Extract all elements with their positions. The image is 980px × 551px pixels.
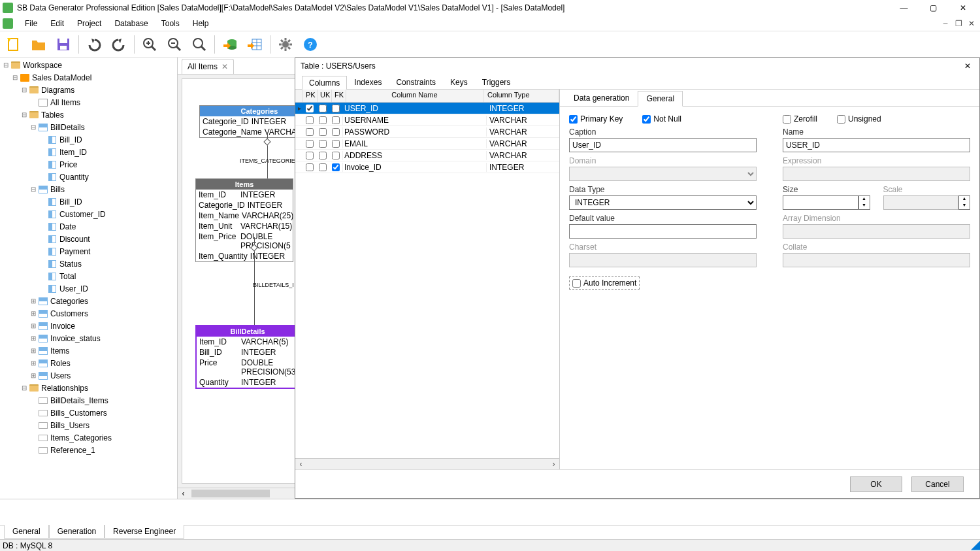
tree-column[interactable]: Discount (1, 233, 176, 245)
auto-increment-checkbox[interactable]: Auto Increment (569, 276, 640, 290)
redo-button[interactable] (108, 33, 130, 56)
pk-checkbox[interactable] (306, 152, 314, 159)
dialog-tab-indexes[interactable]: Indexes (347, 75, 389, 89)
settings-button[interactable] (274, 33, 297, 56)
tree-project[interactable]: ⊟Sales DataModel (1, 71, 176, 84)
zoom-in-button[interactable] (139, 33, 161, 56)
tree-column[interactable]: Total (1, 270, 176, 282)
primary-key-checkbox[interactable]: Primary Key (569, 114, 623, 124)
tree-table[interactable]: ⊞Users (1, 369, 176, 382)
tree-tables[interactable]: ⊟Tables (1, 109, 176, 121)
pk-checkbox[interactable] (306, 163, 314, 171)
window-close-button[interactable]: ✕ (948, 0, 977, 16)
tree-table[interactable]: ⊞Customers (1, 307, 176, 320)
dialog-close-button[interactable]: ✕ (961, 61, 974, 71)
domain-select[interactable] (569, 167, 757, 181)
tree-relationship[interactable]: Reference_1 (1, 444, 176, 456)
tree-all-items[interactable]: All Items (1, 96, 176, 109)
tree-table[interactable]: ⊞Roles (1, 357, 176, 369)
tree-relationship[interactable]: Items_Categories (1, 431, 176, 444)
column-name-cell[interactable]: Invoice_ID (342, 163, 486, 172)
grid-hscrollbar[interactable]: ‹› (295, 458, 559, 469)
open-button[interactable] (27, 33, 50, 56)
column-name-cell[interactable]: USERNAME (342, 116, 486, 125)
uk-checkbox[interactable] (319, 128, 327, 136)
caption-input[interactable] (569, 138, 757, 152)
bottom-tab-reverse-engineer[interactable]: Reverse Engineer (105, 525, 184, 539)
zerofill-checkbox[interactable]: Zerofill (783, 114, 817, 124)
resize-grip-icon[interactable] (971, 541, 980, 550)
tree-table-bills[interactable]: ⊟Bills (1, 183, 176, 195)
uk-checkbox[interactable] (319, 152, 327, 159)
menu-database[interactable]: Database (108, 17, 154, 30)
fk-checkbox[interactable] (332, 105, 340, 112)
save-button[interactable] (52, 33, 74, 56)
tree-table-billdetails[interactable]: ⊟BillDetails (1, 121, 176, 133)
undo-button[interactable] (83, 33, 105, 56)
bottom-tab-general[interactable]: General (4, 525, 49, 539)
column-name-cell[interactable]: ADDRESS (342, 151, 486, 160)
tree-relationships[interactable]: ⊟Relationships (1, 382, 176, 394)
tree-relationship[interactable]: BillDetails_Items (1, 394, 176, 407)
menu-help[interactable]: Help (186, 17, 216, 30)
dialog-tab-columns[interactable]: Columns (302, 76, 347, 90)
tree-table[interactable]: ⊞Items (1, 344, 176, 357)
uk-checkbox[interactable] (319, 163, 327, 171)
uk-checkbox[interactable] (319, 105, 327, 112)
grid-row[interactable]: ▸ USER_ID INTEGER (295, 103, 559, 114)
datatype-select[interactable]: INTEGER (569, 195, 757, 210)
window-minimize-button[interactable]: — (889, 0, 919, 16)
tree-column[interactable]: Status (1, 258, 176, 270)
column-type-cell[interactable]: VARCHAR (486, 127, 559, 137)
column-type-cell[interactable]: INTEGER (486, 163, 559, 172)
tree-column[interactable]: User_ID (1, 282, 176, 295)
grid-row[interactable]: PASSWORD VARCHAR (295, 126, 559, 138)
tree-diagrams[interactable]: ⊟Diagrams (1, 84, 176, 96)
new-button[interactable] (3, 33, 25, 56)
document-tab-all-items[interactable]: All Items ✕ (182, 59, 234, 74)
cancel-button[interactable]: Cancel (911, 476, 964, 492)
uk-checkbox[interactable] (319, 116, 327, 124)
fk-checkbox[interactable] (332, 163, 340, 171)
grid-header-uk[interactable]: UK (318, 90, 332, 102)
workspace-tree-panel[interactable]: ⊟Workspace ⊟Sales DataModel ⊟Diagrams Al… (0, 58, 178, 499)
grid-body[interactable]: ▸ USER_ID INTEGER USERNAME VARCHAR (295, 103, 559, 458)
tree-column[interactable]: Quantity (1, 171, 176, 183)
help-button[interactable]: ? (299, 33, 321, 56)
grid-row[interactable]: EMAIL VARCHAR (295, 138, 559, 150)
unsigned-checkbox[interactable]: Unsigned (837, 114, 881, 124)
pk-checkbox[interactable] (306, 140, 314, 148)
tree-relationship[interactable]: Bills_Customers (1, 407, 176, 419)
mdi-restore-button[interactable]: ❐ (953, 18, 964, 29)
grid-header-name[interactable]: Column Name (346, 90, 483, 102)
grid-row[interactable]: USERNAME VARCHAR (295, 114, 559, 126)
pk-checkbox[interactable] (306, 105, 314, 112)
size-input[interactable] (783, 195, 858, 210)
tree-workspace[interactable]: ⊟Workspace (1, 59, 176, 71)
tree-column[interactable]: Date (1, 220, 176, 233)
mdi-minimize-button[interactable]: – (939, 18, 951, 29)
column-name-cell[interactable]: USER_ID (342, 104, 486, 113)
fk-checkbox[interactable] (332, 140, 340, 148)
not-null-checkbox[interactable]: Not Null (642, 114, 681, 124)
erd-table-items[interactable]: Items Item_IDINTEGER Categorie_IDINTEGER… (195, 178, 293, 262)
import-button[interactable] (219, 33, 241, 56)
grid-row[interactable]: Invoice_ID INTEGER (295, 161, 559, 173)
erd-table-billdetails[interactable]: BillDetails Item_IDVARCHAR(5) Bill_IDINT… (195, 325, 300, 389)
grid-header-type[interactable]: Column Type (483, 90, 559, 102)
prop-tab-general[interactable]: General (638, 91, 683, 107)
window-maximize-button[interactable]: ▢ (919, 0, 948, 16)
name-input[interactable] (783, 138, 970, 152)
search-button[interactable] (188, 33, 210, 56)
mdi-close-button[interactable]: ✕ (966, 18, 977, 29)
menu-tools[interactable]: Tools (155, 17, 186, 30)
size-spinner[interactable]: ▲▼ (858, 195, 870, 210)
tree-table[interactable]: ⊞Invoice_status (1, 332, 176, 344)
column-type-cell[interactable]: VARCHAR (486, 116, 559, 125)
tree-table[interactable]: ⊞Invoice (1, 320, 176, 332)
column-type-cell[interactable]: VARCHAR (486, 151, 559, 160)
fk-checkbox[interactable] (332, 152, 340, 159)
dialog-tab-keys[interactable]: Keys (443, 75, 475, 89)
menu-project[interactable]: Project (71, 17, 108, 30)
column-type-cell[interactable]: VARCHAR (486, 139, 559, 148)
